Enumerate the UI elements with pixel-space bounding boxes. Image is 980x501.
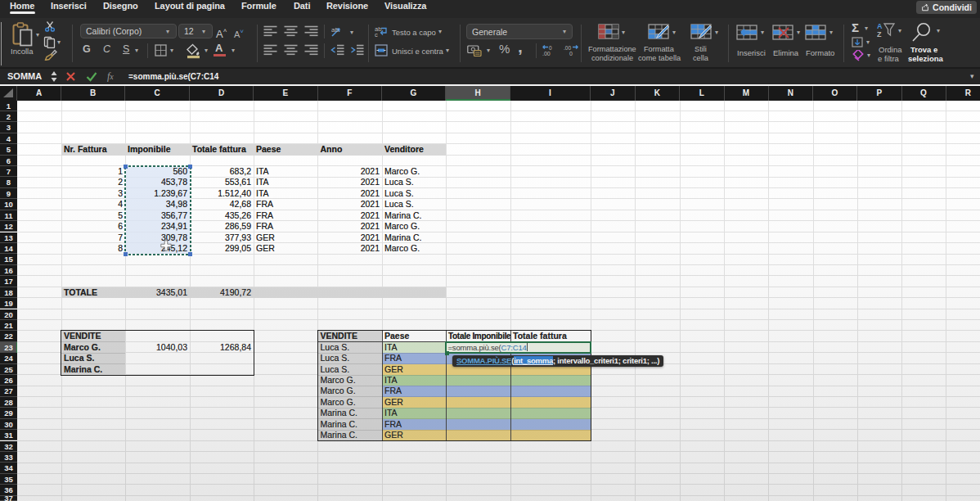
svg-text:.00: .00 xyxy=(564,45,571,51)
svg-text:0: 0 xyxy=(549,45,552,51)
svg-text:c: c xyxy=(375,31,378,37)
svg-text:0: 0 xyxy=(569,51,573,56)
svg-text:Z: Z xyxy=(877,30,882,38)
svg-text:A: A xyxy=(877,22,883,30)
svg-text:.00: .00 xyxy=(542,51,551,56)
svg-text:ab: ab xyxy=(331,26,339,34)
